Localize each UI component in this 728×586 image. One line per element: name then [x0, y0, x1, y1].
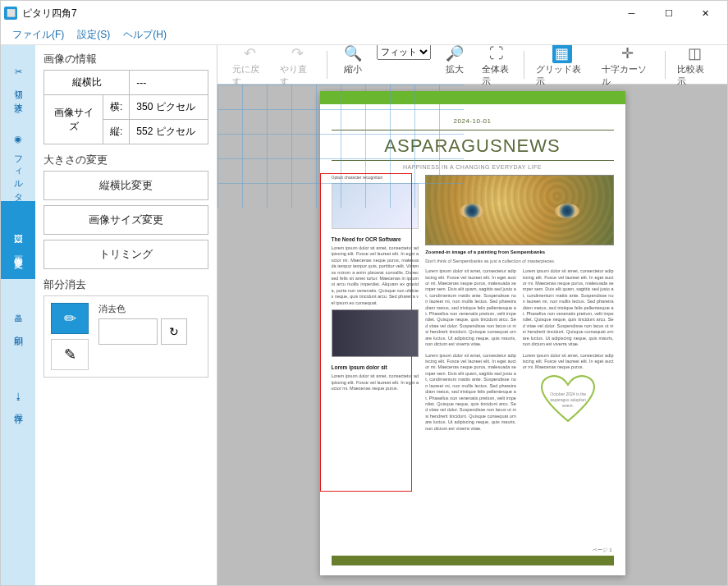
tab-image-change[interactable]: 🖼 画像変更	[1, 201, 35, 279]
aspect-change-button[interactable]: 縦横比変更	[43, 171, 208, 200]
grid-toggle-button[interactable]: ▦ グリッド表示	[529, 45, 595, 88]
toolbar-divider	[665, 51, 666, 79]
height-value: 552 ピクセル	[130, 120, 208, 144]
vertical-tab-strip: ✂ 切り抜き ◉ フィルタ 🖼 画像変更 🖶 印刷 ⭳ 保存	[1, 45, 35, 585]
resize-section-title: 大きさの変更	[43, 153, 208, 167]
zoom-out-label: 縮小	[344, 63, 362, 76]
tab-save-label: 保存	[12, 406, 25, 410]
image-icon: 🖼	[10, 231, 26, 247]
reset-color-button[interactable]: ↻	[161, 318, 187, 345]
side-panel: 画像の情報 縦横比 --- 画像サイズ 横: 350 ピクセル 縦: 552 ピ…	[35, 45, 217, 585]
redo-button[interactable]: ↷ やり直す	[273, 45, 321, 88]
crosshair-button[interactable]: ✛ 十字カーソル	[595, 45, 661, 88]
print-icon: 🖶	[10, 310, 26, 327]
eyedropper-icon: ✎	[64, 346, 76, 364]
fit-all-icon: ⛶	[487, 45, 506, 63]
doc-date: 2024-10-01	[332, 117, 614, 130]
painting-subcaption: Don't think of Sempembanks as just a col…	[425, 259, 613, 265]
tab-filter-label: フィルタ	[12, 149, 25, 199]
menubar: ファイル(F) 設定(S) ヘルプ(H)	[1, 25, 727, 45]
eraser-tool-button[interactable]: ✏	[51, 303, 89, 334]
maximize-button[interactable]: ☐	[650, 1, 687, 25]
save-icon: ⭳	[10, 388, 26, 405]
width-label: 横:	[103, 95, 130, 120]
undo-button[interactable]: ↶ 元に戻す	[226, 45, 273, 88]
doc-top-bar	[320, 91, 625, 104]
menu-help[interactable]: ヘルプ(H)	[117, 26, 173, 43]
zoom-out-icon: 🔍	[343, 45, 363, 63]
heart-text: October 2024 is the asparagus adoption e…	[538, 374, 598, 427]
partial-erase-title: 部分消去	[43, 277, 208, 292]
toolbar-divider	[327, 51, 327, 79]
refresh-icon: ↻	[169, 325, 179, 338]
tab-image-change-label: 画像変更	[12, 249, 25, 255]
tab-crop[interactable]: ✂ 切り抜き	[1, 45, 35, 123]
fit-all-button[interactable]: ⛶ 全体表示	[475, 45, 519, 88]
doc-text: Lorem ipsum dolor sit amet, consectetur …	[425, 353, 516, 432]
toolbar-divider	[524, 51, 524, 79]
toolbar: ↶ 元に戻す ↷ やり直す 🔍 縮小 フィット	[217, 45, 727, 85]
doc-painting-image	[425, 175, 613, 245]
zoom-in-label: 拡大	[446, 63, 464, 76]
doc-text: Lorem ipsum dolor sit amet, consectetur …	[523, 268, 614, 347]
selection-rectangle[interactable]	[320, 173, 412, 492]
image-info-title: 画像の情報	[43, 52, 208, 66]
zoom-in-icon: 🔎	[445, 45, 465, 63]
erase-controls: ✏ ✎ 消去色 ↻	[43, 295, 208, 378]
image-info-table: 縦横比 --- 画像サイズ 横: 350 ピクセル 縦: 552 ピクセル	[43, 70, 208, 144]
redo-icon: ↷	[287, 45, 307, 63]
eraser-icon: ✏	[64, 309, 76, 327]
erase-color-swatch[interactable]	[98, 318, 158, 345]
tab-crop-label: 切り抜き	[12, 82, 25, 110]
undo-icon: ↶	[240, 45, 259, 63]
image-size-label: 画像サイズ	[44, 95, 103, 144]
menu-file[interactable]: ファイル(F)	[6, 26, 71, 43]
grid-icon: ▦	[552, 45, 572, 63]
zoom-in-button[interactable]: 🔎 拡大	[434, 45, 475, 76]
menu-settings[interactable]: 設定(S)	[71, 26, 117, 43]
tab-filter[interactable]: ◉ フィルタ	[1, 123, 35, 201]
aperture-icon: ◉	[10, 131, 26, 148]
titlebar: ⬜ ピタリ四角7 ─ ☐ ✕	[1, 1, 727, 25]
tab-print-label: 印刷	[12, 328, 25, 332]
eyedropper-tool-button[interactable]: ✎	[51, 339, 89, 370]
close-button[interactable]: ✕	[687, 1, 724, 25]
window-title: ピタリ四角7	[22, 7, 613, 21]
doc-subtitle: HAPPINESS IN A CHANGING EVERYDAY LIFE	[332, 160, 614, 170]
app-icon: ⬜	[4, 7, 17, 20]
compare-icon: ◫	[685, 45, 705, 63]
image-size-change-button[interactable]: 画像サイズ変更	[43, 205, 208, 235]
page-number: ページ 1	[593, 547, 611, 554]
height-label: 縦:	[103, 120, 130, 144]
doc-heart-graphic: October 2024 is the asparagus adoption e…	[538, 374, 598, 427]
crop-icon: ✂	[10, 64, 26, 80]
painting-caption: Zoomed-in image of a painting from Sempe…	[425, 249, 613, 255]
crosshair-icon: ✛	[617, 45, 637, 63]
canvas-area[interactable]: 2024-10-01 ASPARAGUSNEWS HAPPINESS IN A …	[217, 85, 727, 585]
minimize-button[interactable]: ─	[613, 1, 650, 25]
doc-text: Lorem ipsum dolor sit amet, consectetur …	[425, 268, 516, 347]
tab-save[interactable]: ⭳ 保存	[1, 357, 35, 435]
doc-text: Lorem ipsum dolor sit amet, consectetur …	[523, 353, 614, 371]
tab-print[interactable]: 🖶 印刷	[1, 279, 35, 357]
trimming-button[interactable]: トリミング	[43, 240, 208, 269]
aspect-ratio-label: 縦横比	[44, 71, 130, 95]
zoom-fit-select[interactable]: フィット	[377, 45, 431, 60]
document-stage: 2024-10-01 ASPARAGUSNEWS HAPPINESS IN A …	[320, 91, 625, 575]
compare-button[interactable]: ◫ 比較表示	[671, 45, 719, 88]
aspect-ratio-value: ---	[130, 71, 208, 95]
width-value: 350 ピクセル	[130, 95, 208, 120]
doc-bottom-bar	[332, 556, 614, 565]
doc-title: ASPARAGUSNEWS	[332, 130, 614, 160]
zoom-out-button[interactable]: 🔍 縮小	[332, 45, 373, 76]
erase-color-label: 消去色	[98, 303, 201, 315]
